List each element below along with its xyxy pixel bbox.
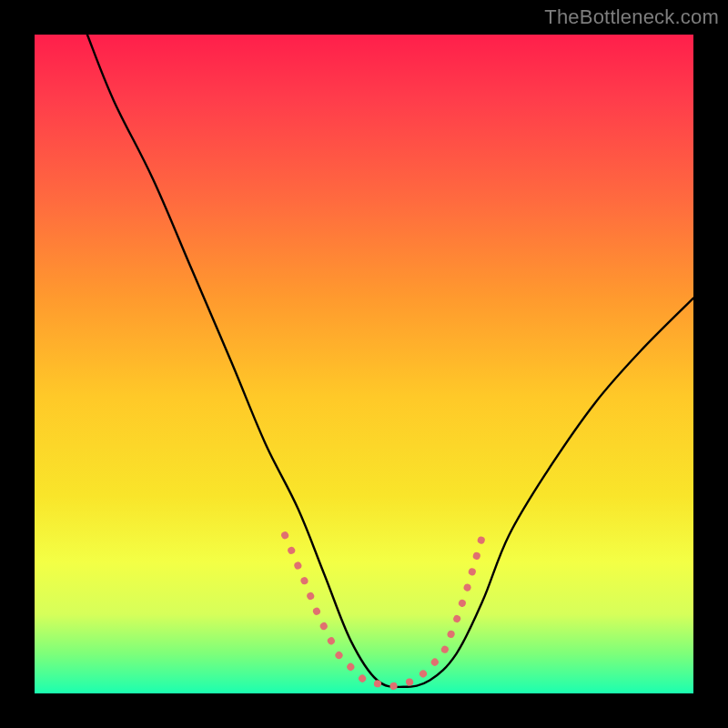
- chart-plot-area: [35, 35, 693, 693]
- watermark-text: TheBottleneck.com: [544, 5, 719, 29]
- chart-frame: TheBottleneck.com: [0, 0, 728, 728]
- chart-curve: [87, 35, 693, 687]
- chart-dots-path: [285, 535, 482, 687]
- chart-svg: [35, 35, 693, 693]
- chart-dots: [285, 535, 482, 687]
